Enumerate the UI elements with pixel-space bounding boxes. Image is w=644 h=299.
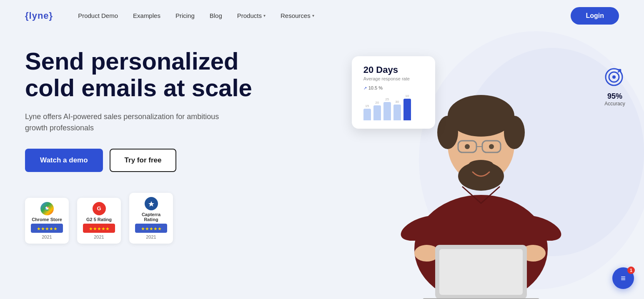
- svg-point-12: [504, 116, 525, 149]
- hero-left: Send personalized cold emails at scale L…: [25, 40, 352, 299]
- svg-point-11: [437, 116, 458, 149]
- chevron-down-icon: ▾: [263, 13, 266, 18]
- svg-rect-25: [439, 249, 523, 295]
- capterra-badge-name: Capterra Rating: [135, 212, 167, 222]
- rate-arrow-icon: ↗: [363, 86, 367, 90]
- chrome-stars: ★★★★★: [31, 224, 63, 233]
- hero-buttons: Watch a demo Try for free: [25, 149, 352, 172]
- stats-days: 20 Days: [363, 65, 423, 75]
- bar-chart: 15 20 25 30 10: [363, 95, 423, 120]
- g2-badge-year: 2021: [83, 234, 115, 239]
- g2-icon: G: [93, 202, 106, 215]
- g2-stars: ★★★★★: [83, 224, 115, 233]
- svg-point-19: [489, 144, 494, 149]
- nav-resources-dropdown[interactable]: Resources ▾: [281, 12, 314, 19]
- chrome-badge-year: 2021: [31, 234, 63, 239]
- nav-product-demo[interactable]: Product Demo: [78, 12, 118, 19]
- g2-badge: G G2 5 Rating ★★★★★ 2021: [77, 198, 121, 244]
- svg-point-18: [465, 144, 470, 149]
- svg-point-14: [469, 160, 494, 170]
- bar-col-4: 30: [393, 100, 401, 120]
- accuracy-widget: 95% Accuracy: [602, 65, 627, 107]
- svg-point-1: [46, 207, 48, 209]
- capterra-badge-year: 2021: [135, 234, 167, 239]
- chevron-down-icon: ▾: [312, 13, 314, 18]
- nav-links: Product Demo Examples Pricing Blog Produ…: [78, 12, 324, 19]
- stats-card: 20 Days Average response rate ↗ 10.5 % 1…: [352, 56, 435, 129]
- chrome-badge-name: Chrome Store: [31, 217, 63, 222]
- hero-right: 20 Days Average response rate ↗ 10.5 % 1…: [352, 40, 619, 299]
- chrome-icon: [40, 202, 54, 215]
- capterra-stars: ★★★★★: [135, 224, 167, 233]
- chat-notification-badge: 1: [627, 267, 635, 274]
- bar-col-2: 20: [373, 101, 381, 120]
- target-icon: [602, 65, 627, 90]
- badges-section: Chrome Store ★★★★★ 2021 G G2 5 Rating ★★…: [25, 193, 352, 244]
- watch-demo-button[interactable]: Watch a demo: [25, 149, 103, 172]
- hero-subtitle: Lyne offers AI-powered sales personaliza…: [25, 111, 225, 134]
- stats-label: Average response rate: [363, 76, 423, 81]
- hero-section: Send personalized cold emails at scale L…: [0, 31, 644, 299]
- nav-examples[interactable]: Examples: [133, 12, 160, 19]
- logo[interactable]: {lyne}: [25, 10, 53, 21]
- nav-products-dropdown[interactable]: Products ▾: [237, 12, 266, 19]
- try-free-button[interactable]: Try for free: [110, 149, 177, 172]
- login-button[interactable]: Login: [571, 7, 619, 25]
- hero-title: Send personalized cold emails at scale: [25, 48, 283, 101]
- chrome-store-badge: Chrome Store ★★★★★ 2021: [25, 198, 69, 244]
- accuracy-label: Accuracy: [604, 101, 625, 107]
- nav-pricing[interactable]: Pricing: [175, 12, 195, 19]
- bar-col-5: 10: [403, 94, 411, 120]
- accuracy-percentage: 95%: [607, 92, 622, 101]
- bar-col-1: 15: [363, 104, 371, 120]
- stats-rate: ↗ 10.5 %: [363, 85, 423, 90]
- bar-col-3: 25: [383, 97, 391, 120]
- capterra-icon: [145, 197, 158, 210]
- svg-point-6: [612, 75, 616, 79]
- navbar: {lyne} Product Demo Examples Pricing Blo…: [0, 0, 644, 31]
- nav-blog[interactable]: Blog: [210, 12, 222, 19]
- capterra-badge: Capterra Rating ★★★★★ 2021: [129, 193, 173, 244]
- g2-badge-name: G2 5 Rating: [83, 217, 115, 222]
- chat-bubble-button[interactable]: 1: [612, 267, 634, 289]
